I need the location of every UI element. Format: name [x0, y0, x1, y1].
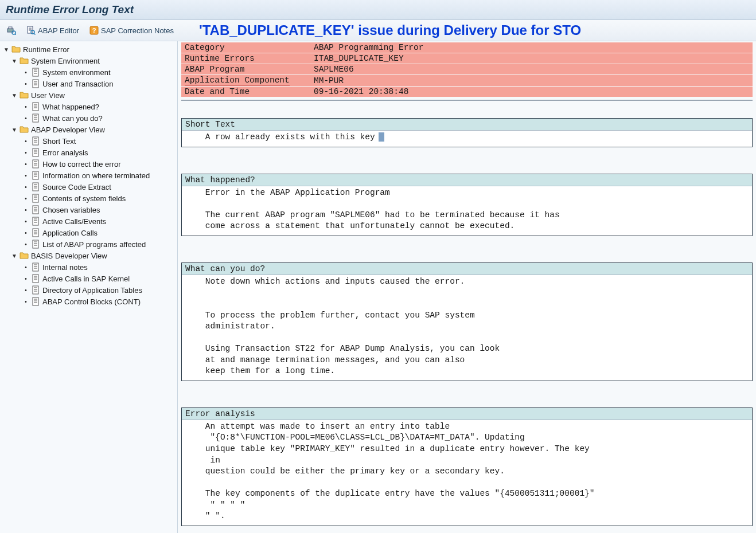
overlay-issue-title: 'TAB_DUPLICATE_KEY' issue during Deliver…: [199, 22, 581, 38]
tree-label: System Environment: [31, 57, 100, 65]
bullet-icon: •: [23, 276, 29, 282]
tree-item-how-correct[interactable]: •How to correct the error: [0, 158, 177, 170]
collapse-icon: ▼: [11, 92, 17, 99]
tree-node-runtime-error[interactable]: ▼ Runtime Error: [0, 44, 177, 55]
tree-label: List of ABAP programs affected: [42, 240, 146, 249]
sap-correction-notes-label: SAP Correction Notes: [101, 26, 174, 35]
category-value: ABAP Programming Error: [310, 42, 753, 53]
navigation-tree: ▼ Runtime Error ▼ System Environment • S…: [0, 41, 178, 533]
section-heading: Short Text: [182, 119, 752, 131]
tree-label: Error analysis: [42, 148, 88, 157]
content-pane[interactable]: CategoryABAP Programming Error Runtime E…: [178, 41, 756, 533]
tree-node-user-view[interactable]: ▼ User View: [0, 89, 177, 101]
section-error-analysis: Error analysis An attempt was made to in…: [181, 407, 753, 526]
tree-item-source-code-extract[interactable]: •Source Code Extract: [0, 181, 177, 193]
tree-item-error-analysis[interactable]: •Error analysis: [0, 147, 177, 158]
section-body: A row already exists with this key: [182, 131, 752, 147]
section-heading: What happened?: [182, 174, 752, 186]
tree-item-abap-programs-affected[interactable]: •List of ABAP programs affected: [0, 238, 177, 250]
printer-magnify-icon: [7, 26, 16, 35]
tree-item-sys-fields[interactable]: •Contents of system fields: [0, 193, 177, 204]
tree-item-abap-ctrl-blocks[interactable]: •ABAP Control Blocks (CONT): [0, 296, 177, 307]
tree-item-system-environment[interactable]: • System environment: [0, 66, 177, 78]
tree-item-where-terminated[interactable]: •Information on where terminated: [0, 170, 177, 181]
collapse-icon: ▼: [11, 253, 17, 259]
tree-label: Runtime Error: [23, 45, 69, 54]
svg-rect-24: [33, 114, 38, 122]
document-icon: [31, 102, 40, 111]
bullet-icon: •: [23, 184, 29, 190]
window-title: Runtime Error Long Text: [0, 0, 756, 20]
bullet-icon: •: [23, 241, 29, 248]
tree-item-user-transaction[interactable]: • User and Transaction: [0, 78, 177, 89]
collapse-icon: ▼: [3, 46, 9, 53]
table-row: ABAP ProgramSAPLME06: [181, 64, 753, 75]
section-what-can-you-do: What can you do? Note down which actions…: [181, 262, 753, 381]
tree-item-what-happened[interactable]: • What happened?: [0, 101, 177, 112]
sap-correction-notes-button[interactable]: ? SAP Correction Notes: [87, 25, 176, 36]
document-icon: [31, 194, 40, 203]
bullet-icon: •: [23, 150, 29, 156]
table-row: Runtime ErrorsITAB_DUPLICATE_KEY: [181, 53, 753, 64]
tree-node-system-environment[interactable]: ▼ System Environment: [0, 55, 177, 66]
svg-rect-32: [33, 148, 38, 156]
tree-item-kernel-calls[interactable]: •Active Calls in SAP Kernel: [0, 273, 177, 284]
tree-item-active-calls[interactable]: •Active Calls/Events: [0, 215, 177, 227]
document-icon: [31, 228, 40, 237]
tree-label: BASIS Developer View: [31, 252, 107, 260]
tree-item-internal-notes[interactable]: •Internal notes: [0, 261, 177, 273]
svg-rect-20: [33, 103, 38, 111]
svg-rect-16: [33, 80, 38, 88]
tree-label: Contents of system fields: [42, 194, 126, 203]
bullet-icon: •: [23, 230, 29, 236]
tree-label: Chosen variables: [42, 206, 100, 214]
abap-editor-button[interactable]: ABAP Editor: [24, 25, 81, 36]
section-body: Note down which actions and inputs cause…: [182, 275, 752, 381]
section-short-text: Short Text A row already exists with thi…: [181, 118, 753, 147]
document-icon: [31, 171, 40, 180]
svg-rect-68: [33, 263, 38, 271]
print-preview-button[interactable]: [5, 25, 18, 36]
folder-open-icon: [20, 91, 29, 100]
tree-node-abap-dev-view[interactable]: ▼ ABAP Developer View: [0, 124, 177, 135]
abap-editor-label: ABAP Editor: [38, 26, 79, 35]
tree-label: What happened?: [42, 103, 99, 111]
date-time-value: 09-16-2021 20:38:48: [310, 87, 753, 97]
collapse-icon: ▼: [11, 58, 17, 64]
collapse-icon: ▼: [11, 127, 17, 133]
app-component-value: MM-PUR: [310, 75, 753, 87]
svg-rect-48: [33, 194, 38, 202]
tree-item-what-can-you-do[interactable]: • What can you do?: [0, 112, 177, 124]
tree-item-app-calls[interactable]: •Application Calls: [0, 227, 177, 238]
document-icon: [31, 297, 40, 306]
tree-label: Directory of Application Tables: [42, 286, 142, 295]
svg-rect-28: [33, 137, 38, 145]
tree-label: Information on where terminated: [42, 171, 150, 180]
document-icon: [31, 262, 40, 272]
bullet-icon: •: [23, 264, 29, 271]
tree-label: How to correct the error: [42, 160, 121, 168]
document-icon: [31, 113, 40, 123]
svg-rect-1: [9, 27, 12, 29]
tree-item-short-text[interactable]: •Short Text: [0, 135, 177, 147]
section-heading: What can you do?: [182, 263, 752, 275]
document-icon: [31, 79, 40, 88]
tree-label: ABAP Developer View: [31, 126, 105, 134]
svg-rect-52: [33, 206, 38, 214]
document-icon: [31, 240, 40, 249]
text-cursor-icon: [379, 132, 384, 142]
document-magnify-icon: [26, 26, 36, 35]
tree-item-dir-app-tables[interactable]: •Directory of Application Tables: [0, 284, 177, 296]
bullet-icon: •: [23, 195, 29, 202]
tree-node-basis-dev-view[interactable]: ▼ BASIS Developer View: [0, 250, 177, 261]
folder-open-icon: [20, 56, 29, 65]
tree-label: System environment: [42, 68, 111, 77]
tree-label: Source Code Extract: [42, 183, 111, 191]
tree-item-chosen-vars[interactable]: •Chosen variables: [0, 204, 177, 215]
bullet-icon: •: [23, 299, 29, 305]
svg-rect-72: [33, 275, 38, 283]
document-icon: [31, 285, 40, 295]
bullet-icon: •: [23, 161, 29, 167]
svg-rect-36: [33, 160, 38, 168]
tree-label: Application Calls: [42, 229, 98, 237]
